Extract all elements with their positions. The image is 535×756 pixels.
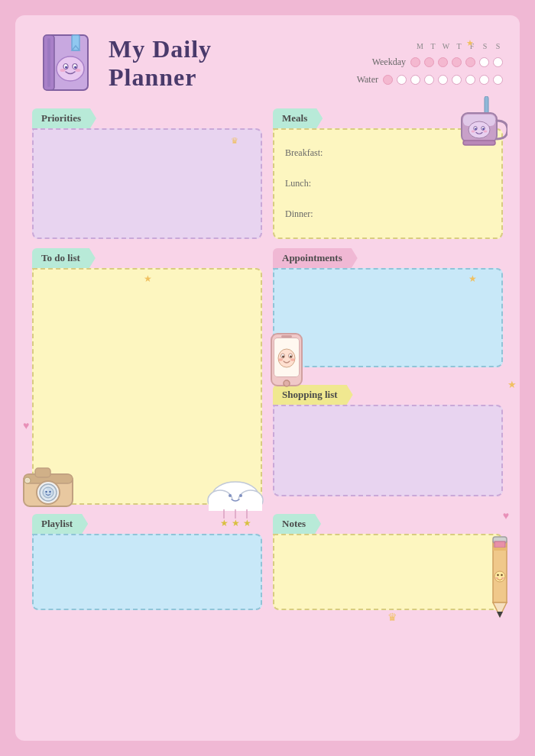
- svg-point-5: [57, 57, 84, 81]
- dot[interactable]: [452, 75, 462, 85]
- svg-point-52: [239, 494, 242, 497]
- pencil-icon: [486, 531, 514, 622]
- dot[interactable]: [397, 75, 407, 85]
- svg-point-43: [278, 358, 283, 361]
- dot[interactable]: [465, 57, 475, 67]
- svg-rect-25: [35, 468, 50, 477]
- svg-point-42: [290, 356, 292, 358]
- svg-rect-46: [281, 335, 292, 338]
- water-label: Water: [339, 74, 378, 86]
- svg-point-41: [282, 356, 284, 358]
- dot[interactable]: [452, 57, 462, 67]
- crown-decoration: ♛: [387, 611, 397, 624]
- dot[interactable]: [479, 57, 489, 67]
- notes-tab: Notes: [273, 514, 321, 534]
- appointments-section: Appointments: [273, 248, 503, 376]
- svg-point-19: [482, 128, 484, 130]
- priorities-section: Priorities: [32, 108, 262, 239]
- playlist-section: ★ ★ ★ Playlist: [32, 514, 262, 610]
- star-decoration: ★: [469, 273, 477, 285]
- title-block: My Daily Planner: [109, 35, 339, 92]
- svg-point-21: [484, 131, 488, 133]
- dot[interactable]: [479, 75, 489, 85]
- shopping-section: ★ Shopping list: [273, 385, 503, 505]
- svg-point-8: [65, 66, 67, 69]
- svg-rect-50: [209, 500, 262, 511]
- dinner-label: Dinner:: [285, 208, 491, 220]
- dot[interactable]: [493, 75, 503, 85]
- star-decoration: ★: [144, 273, 152, 285]
- dot[interactable]: [438, 57, 448, 67]
- phone-icon: [267, 332, 306, 389]
- svg-rect-22: [463, 141, 495, 145]
- dot[interactable]: [438, 75, 448, 85]
- svg-point-69: [501, 577, 504, 579]
- playlist-body[interactable]: [32, 534, 262, 610]
- crown-decoration: ♛: [231, 136, 238, 146]
- todo-section: To do list: [32, 248, 262, 505]
- appointments-tab: Appointments: [273, 248, 358, 268]
- weekday-tracker: Weekday: [366, 57, 503, 68]
- heart-decoration: ♥: [23, 420, 29, 432]
- sections-grid: Priorities: [32, 108, 503, 610]
- weekday-dots: [410, 57, 503, 67]
- book-icon: [32, 29, 101, 98]
- svg-point-67: [501, 574, 502, 576]
- meals-tab: Meals: [273, 108, 323, 128]
- weekday-label: Weekday: [366, 57, 406, 68]
- planner-page: My Daily Planner M T W T F S S Weekday: [15, 15, 520, 741]
- svg-marker-64: [497, 612, 503, 618]
- cloud-icon: ★ ★ ★: [201, 479, 270, 528]
- playlist-tab: Playlist: [32, 514, 88, 534]
- water-dots: [383, 75, 503, 85]
- notes-section: Notes: [273, 514, 503, 610]
- svg-point-11: [76, 69, 81, 72]
- svg-point-44: [290, 358, 295, 361]
- svg-point-34: [49, 491, 50, 493]
- svg-point-20: [472, 131, 475, 133]
- svg-point-33: [45, 491, 47, 493]
- dot[interactable]: [465, 75, 475, 85]
- dot[interactable]: [410, 57, 420, 67]
- dot[interactable]: [424, 57, 434, 67]
- dot[interactable]: [383, 75, 393, 85]
- days-header: M T W T F S S: [415, 42, 503, 50]
- svg-point-15: [469, 121, 490, 138]
- meals-section: Meals Breakfast: Lunch: Dinner:: [273, 108, 503, 239]
- svg-point-18: [475, 128, 476, 130]
- todo-tab: To do list: [32, 248, 96, 268]
- water-tracker: Water: [339, 74, 503, 86]
- shopping-body[interactable]: [273, 405, 503, 496]
- heart-decoration: ♥: [503, 510, 509, 522]
- dot[interactable]: [410, 75, 420, 85]
- svg-rect-2: [47, 38, 50, 87]
- tracker-block: M T W T F S S Weekday: [339, 42, 503, 86]
- lunch-label: Lunch:: [285, 178, 491, 189]
- svg-rect-62: [493, 548, 507, 551]
- priorities-body[interactable]: [32, 128, 262, 239]
- svg-rect-61: [494, 541, 505, 548]
- priorities-tab: Priorities: [32, 108, 96, 128]
- svg-point-31: [26, 479, 29, 482]
- dot[interactable]: [424, 75, 434, 85]
- star-decoration: ★: [507, 379, 517, 391]
- svg-point-51: [229, 494, 232, 497]
- svg-point-66: [497, 574, 498, 576]
- star-decoration: ★: [466, 38, 474, 48]
- svg-point-45: [284, 380, 290, 386]
- svg-point-38: [278, 349, 295, 367]
- svg-point-9: [74, 66, 76, 69]
- page-title-line2: Planner: [109, 63, 339, 92]
- svg-text:★: ★: [243, 518, 251, 528]
- dot[interactable]: [493, 57, 503, 67]
- notes-body[interactable]: [273, 534, 503, 610]
- mug-icon: [456, 96, 507, 151]
- svg-point-10: [60, 69, 66, 72]
- page-title: My Daily: [109, 35, 339, 63]
- svg-text:★: ★: [232, 518, 240, 528]
- svg-text:★: ★: [220, 518, 229, 528]
- camera-icon: [20, 464, 81, 509]
- svg-point-68: [495, 577, 498, 579]
- header: My Daily Planner M T W T F S S Weekday: [32, 29, 503, 98]
